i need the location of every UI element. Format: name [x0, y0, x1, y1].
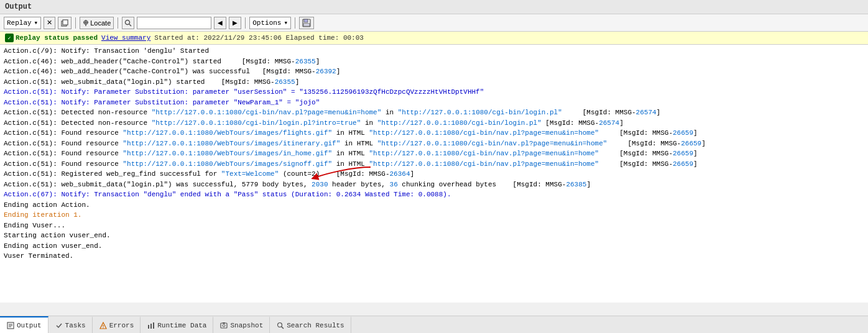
- svg-rect-18: [153, 322, 154, 329]
- search-icon: [124, 19, 132, 27]
- locate-label: Locate: [90, 19, 111, 27]
- svg-rect-17: [150, 324, 152, 329]
- copy-button[interactable]: [58, 17, 72, 29]
- dropdown-arrow: ▾: [34, 19, 39, 27]
- log-line: Action.c(51): Notify: Parameter Substitu…: [4, 87, 864, 98]
- log-line: Action.c(67): Notify: Transaction "dengl…: [4, 189, 864, 200]
- svg-rect-1: [63, 20, 68, 25]
- svg-rect-7: [303, 24, 310, 26]
- toolbar: Replay ▾ ✕ Locate ◀ ▶ Options ▾: [0, 14, 868, 32]
- tab-output[interactable]: Output: [0, 316, 48, 334]
- tab-tasks[interactable]: Tasks: [48, 316, 93, 334]
- check-icon: ✓: [5, 34, 14, 42]
- tab-search-results-label: Search Results: [287, 322, 344, 329]
- snapshot-tab-icon: [219, 321, 228, 330]
- replay-label: Replay: [7, 19, 32, 27]
- options-arrow: ▾: [284, 19, 288, 27]
- log-line: Ending Vuser...: [4, 221, 864, 231]
- nav-forward-button[interactable]: ▶: [229, 17, 241, 29]
- header-bar: Output: [0, 0, 868, 14]
- log-line: Action.c(51): Found resource "http://127…: [4, 159, 864, 170]
- log-line: Action.c(51): web_submit_data("login.pl"…: [4, 77, 864, 88]
- log-line: Action.c(/9): Notify: Transaction 'dengl…: [4, 46, 864, 57]
- tasks-tab-icon: [55, 321, 63, 330]
- log-area[interactable]: Action.c(/9): Notify: Transaction 'dengl…: [0, 45, 868, 303]
- log-line: Action.c(46): web_add_header("Cache-Cont…: [4, 57, 864, 67]
- close-button[interactable]: ✕: [44, 17, 55, 29]
- errors-tab-icon: [99, 321, 108, 330]
- tab-snapshot[interactable]: Snapshot: [213, 316, 270, 334]
- svg-rect-6: [304, 19, 308, 22]
- save-icon: [302, 19, 311, 27]
- nav-back-button[interactable]: ◀: [214, 17, 226, 29]
- tab-search-results[interactable]: Search Results: [270, 316, 351, 334]
- svg-line-23: [282, 326, 284, 329]
- separator-4: [295, 17, 295, 29]
- log-line-arrow: Action.c(51): Registered web_reg_find su…: [4, 169, 864, 180]
- tab-snapshot-label: Snapshot: [230, 322, 263, 329]
- log-line: Action.c(51): Notify: Parameter Substitu…: [4, 98, 864, 108]
- log-line: Action.c(51): Detected non-resource "htt…: [4, 107, 864, 118]
- runtime-tab-icon: [147, 321, 155, 330]
- separator-2: [118, 17, 118, 29]
- svg-rect-21: [223, 322, 225, 324]
- options-dropdown[interactable]: Options ▾: [249, 17, 291, 29]
- status-passed-label: Replay status passed: [16, 34, 98, 42]
- tab-tasks-label: Tasks: [65, 322, 86, 329]
- search-icon-btn[interactable]: [122, 17, 134, 29]
- svg-point-20: [223, 324, 225, 327]
- save-button[interactable]: [299, 17, 314, 29]
- log-line: Ending action vuser_end.: [4, 241, 864, 252]
- separator-3: [245, 17, 246, 29]
- log-wrapper: Action.c(/9): Notify: Transaction 'dengl…: [0, 45, 868, 303]
- log-line: Action.c(46): web_add_header("Cache-Cont…: [4, 66, 864, 77]
- tab-runtime-data[interactable]: Runtime Data: [141, 316, 213, 334]
- bottom-tabs: Output Tasks Errors Runtime Data Snapsho…: [0, 316, 868, 333]
- log-line: Action.c(51): Found resource "http://127…: [4, 128, 864, 139]
- status-bar: ✓ Replay status passed View summary Star…: [0, 32, 868, 45]
- log-line: Ending iteration 1.: [4, 210, 864, 221]
- log-line: Action.c(51): Found resource "http://127…: [4, 139, 864, 149]
- status-badge: ✓ Replay status passed: [5, 34, 98, 42]
- log-line: Action.c(51): Detected non-resource "htt…: [4, 118, 864, 129]
- tab-errors[interactable]: Errors: [93, 316, 141, 334]
- locate-button[interactable]: Locate: [80, 17, 114, 29]
- search-results-tab-icon: [276, 321, 285, 330]
- tab-output-label: Output: [17, 322, 42, 329]
- svg-rect-19: [221, 323, 227, 328]
- log-line: Ending action Action.: [4, 200, 864, 211]
- output-tab-icon: [6, 321, 15, 330]
- log-line: Vuser Terminated.: [4, 251, 864, 262]
- svg-point-3: [126, 20, 130, 24]
- tab-runtime-data-label: Runtime Data: [157, 322, 206, 329]
- options-label: Options: [252, 19, 281, 27]
- search-input[interactable]: [137, 17, 211, 29]
- tab-errors-label: Errors: [109, 322, 134, 329]
- view-summary-link[interactable]: View summary: [101, 34, 150, 42]
- locate-icon: [83, 19, 89, 27]
- log-line: Action.c(51): Found resource "http://127…: [4, 148, 864, 159]
- header-title: Output: [5, 2, 32, 11]
- separator-1: [75, 17, 76, 29]
- copy-icon: [61, 19, 68, 27]
- svg-rect-16: [148, 325, 149, 329]
- log-line: Starting action vuser_end.: [4, 230, 864, 241]
- log-line: Action.c(51): web_submit_data("login.pl"…: [4, 180, 864, 190]
- replay-dropdown[interactable]: Replay ▾: [4, 17, 41, 29]
- status-info: Started at: 2022/11/29 23:45:06 Elapsed …: [154, 34, 364, 42]
- svg-point-22: [278, 322, 282, 327]
- svg-line-4: [129, 24, 131, 26]
- svg-point-15: [103, 327, 103, 327]
